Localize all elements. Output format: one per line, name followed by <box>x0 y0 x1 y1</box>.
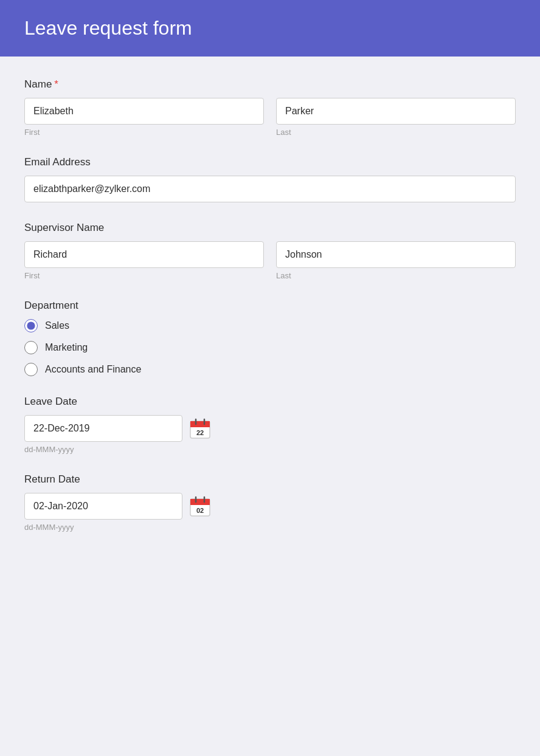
svg-text:22: 22 <box>196 429 204 436</box>
radio-marketing-label: Marketing <box>45 342 88 353</box>
return-date-input[interactable] <box>24 493 182 520</box>
radio-item-accounts[interactable]: Accounts and Finance <box>24 363 516 376</box>
supervisor-last-input[interactable] <box>276 241 516 268</box>
return-date-group: Return Date 02 dd-MMM-yyyy <box>24 473 516 532</box>
supervisor-name-row: First Last <box>24 241 516 280</box>
svg-rect-2 <box>190 425 210 427</box>
department-label: Department <box>24 300 516 312</box>
leave-date-group: Leave Date 22 dd-MMM-yyyy <box>24 396 516 454</box>
department-radio-group: Sales Marketing Accounts and Finance <box>24 319 516 376</box>
return-date-format: dd-MMM-yyyy <box>24 523 516 532</box>
name-label: Name * <box>24 78 516 91</box>
email-group: Email Address <box>24 156 516 202</box>
svg-text:02: 02 <box>196 507 204 514</box>
leave-date-row: 22 <box>24 415 516 442</box>
leave-date-format: dd-MMM-yyyy <box>24 445 516 454</box>
first-name-col: First <box>24 98 264 137</box>
return-date-row: 02 <box>24 493 516 520</box>
name-row: First Last <box>24 98 516 137</box>
email-label: Email Address <box>24 156 516 168</box>
leave-date-label: Leave Date <box>24 396 516 408</box>
leave-date-input[interactable] <box>24 415 182 442</box>
radio-marketing[interactable] <box>24 341 38 354</box>
supervisor-label: Supervisor Name <box>24 222 516 234</box>
last-name-input[interactable] <box>276 98 516 125</box>
radio-accounts-label: Accounts and Finance <box>45 364 141 375</box>
leave-date-calendar-icon[interactable]: 22 <box>189 417 212 440</box>
supervisor-last-col: Last <box>276 241 516 280</box>
first-name-sublabel: First <box>24 128 264 137</box>
return-date-label: Return Date <box>24 473 516 486</box>
required-indicator: * <box>54 78 58 91</box>
supervisor-group: Supervisor Name First Last <box>24 222 516 280</box>
supervisor-first-col: First <box>24 241 264 280</box>
radio-item-sales[interactable]: Sales <box>24 319 516 332</box>
last-name-sublabel: Last <box>276 128 516 137</box>
supervisor-last-sublabel: Last <box>276 271 516 280</box>
supervisor-first-sublabel: First <box>24 271 264 280</box>
radio-item-marketing[interactable]: Marketing <box>24 341 516 354</box>
radio-sales-label: Sales <box>45 320 69 331</box>
form-header: Leave request form <box>0 0 540 57</box>
form-title: Leave request form <box>24 17 516 40</box>
form-body: Name * First Last Email Address Supervis… <box>0 57 540 573</box>
radio-sales[interactable] <box>24 319 38 332</box>
email-input[interactable] <box>24 176 516 202</box>
last-name-col: Last <box>276 98 516 137</box>
return-date-calendar-icon[interactable]: 02 <box>189 495 212 518</box>
name-group: Name * First Last <box>24 78 516 137</box>
department-group: Department Sales Marketing Accounts and … <box>24 300 516 376</box>
supervisor-first-input[interactable] <box>24 241 264 268</box>
first-name-input[interactable] <box>24 98 264 125</box>
radio-accounts[interactable] <box>24 363 38 376</box>
svg-rect-8 <box>190 503 210 505</box>
